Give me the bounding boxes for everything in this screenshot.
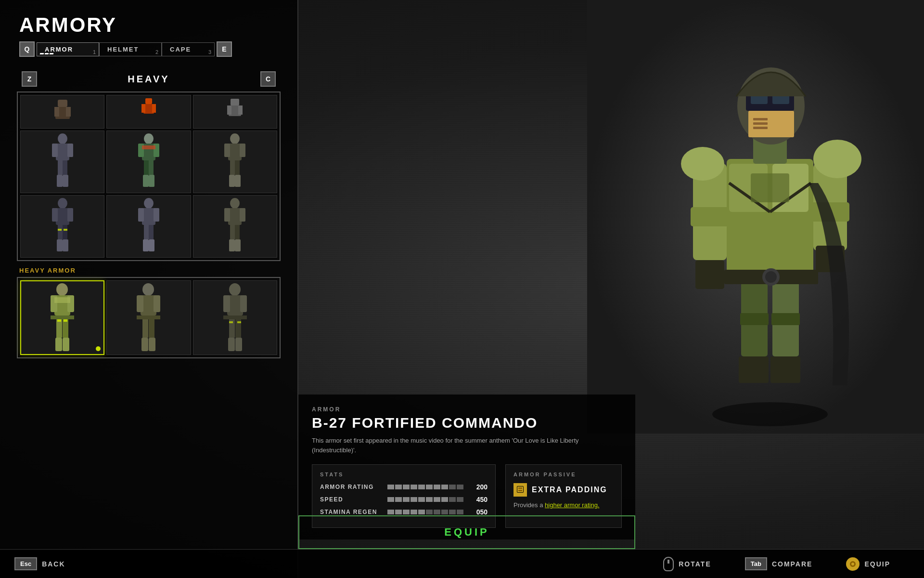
svg-rect-33: [230, 160, 235, 175]
svg-rect-7: [152, 104, 156, 113]
svg-point-12: [58, 133, 67, 144]
svg-rect-31: [224, 144, 230, 157]
rotate-label: ROTATE: [679, 560, 711, 568]
svg-rect-40: [67, 208, 73, 222]
svg-rect-81: [149, 319, 154, 338]
armor-cell-9[interactable]: [193, 195, 277, 258]
back-label: BACK: [42, 560, 65, 568]
svg-rect-83: [149, 338, 155, 351]
svg-rect-57: [224, 208, 230, 222]
bottom-bar: Esc BACK ROTATE Tab COMPARE EQUIP: [0, 549, 924, 578]
svg-rect-88: [223, 315, 247, 319]
svg-point-114: [681, 147, 724, 181]
svg-rect-54: [149, 239, 154, 251]
equip-bottom-label: EQUIP: [864, 560, 890, 568]
svg-rect-26: [143, 175, 149, 187]
rotate-action: ROTATE: [663, 557, 711, 571]
passive-title: ARMOR PASSIVE: [513, 472, 614, 477]
svg-rect-132: [518, 490, 522, 491]
svg-rect-41: [58, 225, 63, 239]
stat-stamina-regen: STAMINA REGEN 050: [320, 508, 488, 516]
prev-category-button[interactable]: Z: [22, 71, 37, 87]
equip-button-large[interactable]: EQUIP: [298, 515, 635, 549]
compare-label: COMPARE: [772, 560, 813, 568]
svg-rect-131: [518, 487, 522, 489]
svg-rect-77: [137, 295, 143, 312]
svg-rect-46: [64, 229, 67, 231]
armor-cell-bottom-3[interactable]: [193, 280, 277, 355]
svg-rect-48: [142, 208, 155, 225]
svg-rect-24: [144, 160, 149, 175]
svg-point-134: [851, 563, 854, 565]
svg-rect-30: [228, 144, 242, 160]
svg-rect-19: [63, 175, 68, 187]
esc-key[interactable]: Esc: [14, 557, 37, 570]
svg-rect-92: [235, 338, 242, 351]
stat-speed: SPEED 450: [320, 496, 488, 503]
svg-rect-3: [66, 107, 71, 117]
stamina-regen-bar: [387, 510, 463, 514]
svg-rect-38: [56, 208, 69, 225]
mouse-icon: [663, 557, 674, 571]
armor-cell-selected[interactable]: [20, 280, 104, 355]
armor-cell-7[interactable]: [20, 195, 104, 258]
armor-name: B-27 FORTIFIED COMMANDO: [312, 415, 622, 431]
svg-point-20: [144, 133, 154, 144]
svg-rect-28: [142, 145, 155, 149]
svg-rect-8: [231, 99, 239, 105]
armor-cell-bottom-2[interactable]: [106, 280, 191, 355]
svg-rect-93: [229, 321, 233, 323]
stats-title: STATS: [320, 472, 488, 477]
tab-cape[interactable]: CAPE 3: [162, 42, 215, 56]
key-q[interactable]: Q: [19, 41, 35, 57]
svg-rect-82: [141, 338, 148, 351]
back-action: Esc BACK: [14, 557, 65, 570]
svg-rect-74: [64, 319, 67, 322]
tab-armor[interactable]: ARMOR 1: [37, 42, 99, 56]
svg-point-96: [712, 402, 828, 426]
svg-rect-125: [753, 118, 768, 120]
armor-description: This armor set first appeared in the mus…: [312, 436, 622, 455]
svg-rect-0: [58, 100, 67, 107]
speed-bar: [387, 497, 463, 502]
tab-helmet[interactable]: HELMET 2: [99, 42, 162, 56]
svg-rect-51: [144, 225, 149, 239]
armor-cell-4[interactable]: [20, 131, 104, 193]
armor-cell-1[interactable]: [20, 95, 104, 129]
armor-rating-bar: [387, 485, 463, 489]
svg-point-108: [765, 271, 777, 283]
svg-rect-13: [56, 144, 69, 160]
svg-rect-68: [56, 319, 62, 338]
svg-rect-32: [240, 144, 245, 157]
armor-cell-8[interactable]: [106, 195, 191, 258]
svg-rect-80: [142, 319, 148, 338]
svg-rect-101: [739, 356, 769, 383]
armor-cell-3[interactable]: [193, 95, 277, 129]
svg-rect-15: [67, 144, 73, 157]
armor-grid-bottom: [17, 277, 281, 358]
svg-rect-17: [63, 160, 67, 175]
svg-rect-58: [240, 208, 245, 222]
armor-cell-6[interactable]: [193, 131, 277, 193]
svg-rect-91: [228, 338, 235, 351]
svg-rect-102: [770, 356, 800, 383]
svg-rect-87: [240, 295, 247, 312]
passive-icon: [513, 483, 527, 497]
svg-rect-56: [228, 208, 242, 225]
key-e[interactable]: E: [217, 41, 232, 57]
svg-rect-62: [235, 239, 241, 251]
svg-rect-14: [52, 144, 58, 157]
compare-action: Tab COMPARE: [745, 557, 813, 570]
passive-name-row: EXTRA PADDING: [513, 483, 614, 497]
page-title: ARMORY: [0, 0, 297, 41]
svg-rect-79: [137, 315, 160, 319]
svg-rect-49: [138, 208, 144, 222]
equip-action: EQUIP: [846, 557, 890, 571]
tab-key[interactable]: Tab: [745, 557, 767, 570]
section-label: HEAVY ARMOR: [0, 261, 297, 277]
armor-cell-5[interactable]: [106, 131, 191, 193]
left-panel: ARMORY Q ARMOR 1 HELMET 2 CAPE 3 E Z HEA: [0, 0, 298, 578]
svg-rect-4: [145, 98, 152, 104]
next-category-button[interactable]: C: [260, 71, 276, 87]
armor-cell-2[interactable]: [106, 95, 191, 129]
